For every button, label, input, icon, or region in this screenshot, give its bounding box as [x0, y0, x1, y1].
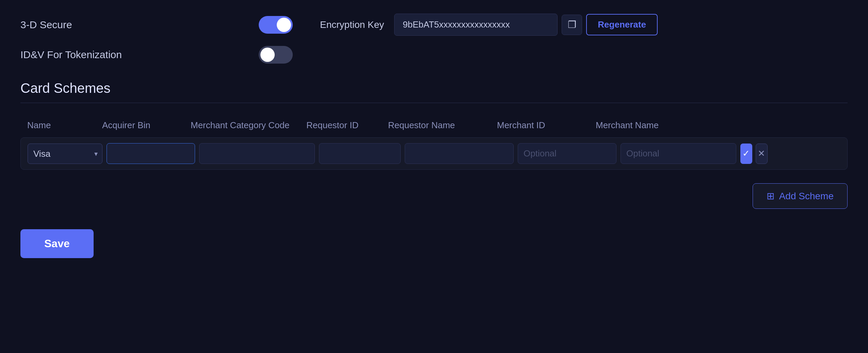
acquirer-bin-input[interactable]: [107, 143, 195, 164]
header-merchant-category-code: Merchant Category Code: [191, 120, 306, 131]
cancel-row-button[interactable]: ✕: [756, 144, 768, 164]
encryption-key-input[interactable]: [394, 14, 558, 36]
page-container: 3-D Secure Encryption Key ❐ Regenerate I…: [0, 0, 868, 353]
copy-icon: ❐: [568, 19, 576, 30]
header-requestor-name: Requestor Name: [388, 120, 497, 131]
header-name: Name: [27, 120, 102, 131]
idv-tokenization-label: ID&V For Tokenization: [20, 49, 259, 61]
card-schemes-title: Card Schemes: [20, 81, 848, 96]
merchant-id-input[interactable]: [518, 143, 616, 164]
encryption-section: Encryption Key ❐ Regenerate: [320, 14, 658, 36]
requestor-name-input[interactable]: [405, 143, 514, 164]
header-merchant-id: Merchant ID: [497, 120, 596, 131]
encryption-key-label: Encryption Key: [320, 19, 384, 30]
card-schemes-section: Card Schemes Name Acquirer Bin Merchant …: [20, 81, 848, 209]
secure-3d-knob: [277, 18, 291, 32]
table-row: Visa Mastercard Amex Discover: [20, 137, 848, 170]
regenerate-button[interactable]: Regenerate: [586, 14, 658, 35]
requestor-id-input[interactable]: [319, 143, 401, 164]
table-header: Name Acquirer Bin Merchant Category Code…: [20, 117, 848, 134]
xmark-icon: ✕: [758, 148, 765, 159]
add-scheme-icon: ⊞: [767, 190, 774, 202]
idv-tokenization-toggle[interactable]: [259, 46, 293, 64]
copy-key-button[interactable]: ❐: [562, 15, 582, 35]
add-scheme-wrapper: ⊞ Add Scheme: [20, 183, 848, 209]
add-scheme-button[interactable]: ⊞ Add Scheme: [753, 183, 848, 209]
checkmark-icon: ✓: [742, 148, 750, 159]
secure-3d-row: 3-D Secure Encryption Key ❐ Regenerate: [20, 14, 848, 36]
idv-tokenization-row: ID&V For Tokenization: [20, 46, 848, 64]
confirm-row-button[interactable]: ✓: [740, 144, 752, 164]
row-actions: ✓ ✕: [740, 144, 768, 164]
header-acquirer-bin: Acquirer Bin: [102, 120, 191, 131]
scheme-name-wrapper: Visa Mastercard Amex Discover: [28, 144, 102, 164]
save-button[interactable]: Save: [20, 229, 94, 258]
header-requestor-id: Requestor ID: [306, 120, 388, 131]
secure-3d-label: 3-D Secure: [20, 19, 259, 31]
merchant-category-code-input[interactable]: [199, 143, 315, 164]
add-scheme-label: Add Scheme: [779, 191, 834, 202]
merchant-name-input[interactable]: [621, 143, 736, 164]
idv-tokenization-knob: [260, 48, 275, 62]
header-merchant-name: Merchant Name: [596, 120, 711, 131]
secure-3d-toggle[interactable]: [259, 16, 293, 34]
scheme-name-select[interactable]: Visa Mastercard Amex Discover: [28, 144, 102, 164]
section-divider: [20, 103, 848, 103]
